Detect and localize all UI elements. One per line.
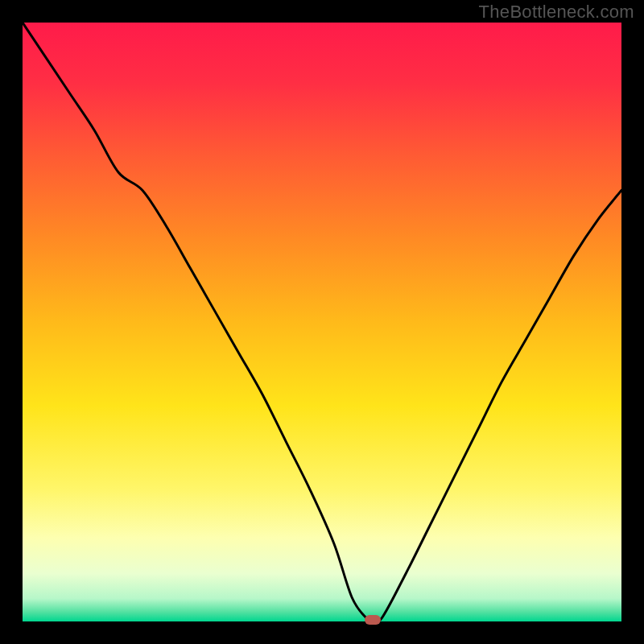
plot-svg — [23, 23, 621, 621]
gradient-background — [23, 23, 621, 621]
watermark-text: TheBottleneck.com — [479, 2, 634, 23]
chart-frame: TheBottleneck.com — [0, 0, 644, 644]
optimal-marker — [365, 615, 381, 625]
plot-area — [23, 23, 621, 621]
